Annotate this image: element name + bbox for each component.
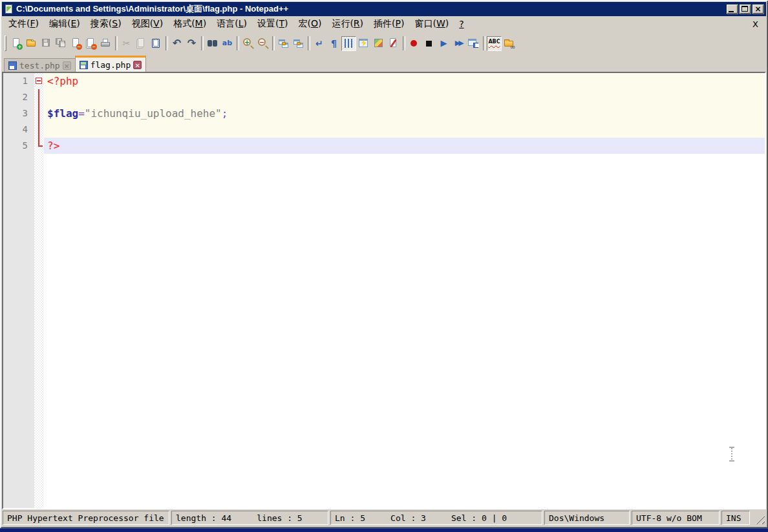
red-pen-page-icon bbox=[387, 37, 400, 49]
tab-label: test.php bbox=[19, 61, 60, 70]
fold-marker-line bbox=[34, 105, 44, 122]
sync-windows-icon bbox=[277, 37, 290, 49]
maximize-icon bbox=[741, 6, 748, 12]
toolbar-separator bbox=[270, 36, 276, 51]
status-cursor-position: Ln : 5 Col : 3 Sel : 0 | 0 bbox=[330, 511, 542, 525]
toolbar-spell-check-button[interactable]: ABC bbox=[487, 36, 502, 51]
close-icon: × bbox=[752, 5, 763, 14]
menu-item-?[interactable]: ? bbox=[454, 17, 469, 30]
menu-item-视图[interactable]: 视图(V) bbox=[127, 17, 169, 31]
status-bar: PHP Hypertext Preprocessor filelength : … bbox=[2, 509, 766, 526]
menu-item-格式[interactable]: 格式(M) bbox=[168, 17, 211, 31]
toolbar-macro-play-button[interactable]: ▶ bbox=[436, 36, 451, 51]
resize-grip[interactable] bbox=[752, 511, 765, 525]
tab-test.php[interactable]: test.php✕ bbox=[4, 58, 75, 72]
toolbar-replace-button[interactable]: ab bbox=[220, 36, 235, 51]
toolbar-word-wrap-button[interactable]: ↵ bbox=[312, 36, 326, 51]
menu-item-编辑[interactable]: 编辑(E) bbox=[44, 17, 85, 31]
menu-item-语言[interactable]: 语言(L) bbox=[211, 17, 252, 31]
toolbar-redo-button[interactable]: ↷ bbox=[184, 36, 199, 51]
map-icon bbox=[372, 37, 385, 49]
lightning-window-icon bbox=[357, 37, 370, 49]
undo-arrow-icon: ↶ bbox=[171, 37, 183, 49]
toolbar-close-file-button[interactable]: − bbox=[69, 36, 83, 51]
line-number: 2 bbox=[3, 89, 28, 105]
toolbar-zoom-in-button[interactable]: + bbox=[240, 36, 255, 51]
menu-item-宏[interactable]: 宏(O) bbox=[293, 17, 326, 31]
fold-marker-line bbox=[34, 89, 44, 105]
binoculars-icon bbox=[206, 37, 219, 49]
window-floppy-icon bbox=[467, 37, 480, 49]
pilcrow-icon: ¶ bbox=[328, 37, 340, 49]
toolbar-close-all-button[interactable]: − bbox=[83, 36, 98, 51]
status-encoding: UTF-8 w/o BOM bbox=[632, 511, 720, 525]
toolbar-separator bbox=[306, 36, 312, 51]
toolbar-show-indent-guide-button[interactable] bbox=[341, 36, 356, 51]
toolbar-macro-record-button[interactable] bbox=[407, 36, 421, 51]
close-button[interactable]: × bbox=[752, 5, 764, 14]
toolbar-grip bbox=[5, 36, 6, 51]
toolbar-separator bbox=[113, 36, 119, 51]
toolbar-show-all-characters-button[interactable]: ¶ bbox=[326, 36, 341, 51]
pages-minus-icon: − bbox=[85, 37, 97, 49]
toolbar-print-button[interactable] bbox=[98, 36, 113, 51]
folder-link-icon: ∞ bbox=[503, 37, 515, 49]
toolbar-zoom-out-button[interactable]: − bbox=[255, 36, 270, 51]
code-line-4 bbox=[44, 122, 765, 138]
code-text-area[interactable]: <?php$flag="ichunqiu_upload_hehe";?> bbox=[44, 73, 765, 508]
toolbar-separator bbox=[199, 36, 205, 51]
double-play-icon: ▶▶ bbox=[453, 37, 465, 49]
menu-close-button[interactable]: X bbox=[749, 18, 762, 30]
toolbar-save-all-button bbox=[54, 36, 69, 51]
abc-squiggle-icon: ABC bbox=[488, 37, 500, 49]
tab-close-icon[interactable]: ✕ bbox=[63, 61, 71, 70]
editor-area: 12345 <?php$flag="ichunqiu_upload_hehe";… bbox=[2, 72, 766, 509]
stop-square-icon bbox=[423, 37, 435, 49]
tab-close-icon[interactable]: ✕ bbox=[133, 61, 142, 69]
page-plus-icon: + bbox=[10, 37, 23, 49]
toolbar-document-map-button[interactable] bbox=[371, 36, 386, 51]
toolbar-macro-save-button[interactable] bbox=[466, 36, 481, 51]
toolbar-undo-button[interactable]: ↶ bbox=[169, 36, 184, 51]
toolbar-open-containing-folder-button[interactable]: ∞ bbox=[502, 36, 517, 51]
menu-item-设置[interactable]: 设置(T) bbox=[252, 17, 293, 31]
menu-item-文件[interactable]: 文件(F) bbox=[3, 17, 44, 31]
menu-bar: 文件(F)编辑(E)搜索(S)视图(V)格式(M)语言(L)设置(T)宏(O)运… bbox=[2, 16, 766, 32]
toolbar-separator bbox=[164, 36, 169, 51]
toolbar-document-switcher-button[interactable] bbox=[386, 36, 401, 51]
toolbar-open-file-button[interactable] bbox=[24, 36, 39, 51]
menu-item-窗口[interactable]: 窗口(W) bbox=[409, 17, 454, 31]
toolbar-new-file-button[interactable]: + bbox=[9, 36, 24, 51]
tab-flag.php[interactable]: flag.php✕ bbox=[75, 56, 147, 72]
fold-marker-box-minus[interactable] bbox=[34, 73, 44, 89]
menu-item-搜索[interactable]: 搜索(S) bbox=[85, 17, 127, 31]
fold-margin bbox=[34, 73, 44, 508]
tab-label: flag.php bbox=[91, 60, 131, 70]
minimize-button[interactable] bbox=[727, 5, 738, 14]
toolbar-cut-button: ✂ bbox=[119, 36, 134, 51]
toolbar-sync-vertical-scroll-button[interactable] bbox=[276, 36, 291, 51]
open-folder-icon bbox=[25, 37, 37, 49]
status-typing-mode: INS bbox=[721, 511, 750, 525]
toolbar-paste-button[interactable] bbox=[149, 36, 164, 51]
menu-item-运行[interactable]: 运行(R) bbox=[326, 17, 368, 31]
toolbar-separator bbox=[481, 36, 487, 51]
toolbar-save-button bbox=[39, 36, 54, 51]
menu-item-插件[interactable]: 插件(P) bbox=[368, 17, 409, 31]
toolbar-macro-stop-button[interactable] bbox=[421, 36, 436, 51]
status-eol-format: Dos\Windows bbox=[544, 511, 630, 525]
line-number-margin: 12345 bbox=[3, 73, 34, 508]
toolbar-separator bbox=[235, 36, 240, 51]
maximize-button[interactable] bbox=[740, 5, 751, 14]
code-line-1: <?php bbox=[44, 73, 765, 89]
replace-icon: ab bbox=[221, 37, 233, 49]
sync-windows-icon bbox=[292, 37, 304, 49]
toolbar-find-button[interactable] bbox=[205, 36, 220, 51]
toolbar-function-completion-button[interactable] bbox=[356, 36, 371, 51]
toolbar-macro-run-multiple-button[interactable]: ▶▶ bbox=[451, 36, 466, 51]
code-line-3: $flag="ichunqiu_upload_hehe"; bbox=[44, 105, 765, 122]
play-icon: ▶ bbox=[438, 37, 450, 49]
title-bar[interactable]: C:\Documents and Settings\Administrator\… bbox=[2, 2, 766, 16]
notepadpp-icon bbox=[4, 5, 14, 14]
toolbar-sync-horizontal-scroll-button[interactable] bbox=[291, 36, 306, 51]
